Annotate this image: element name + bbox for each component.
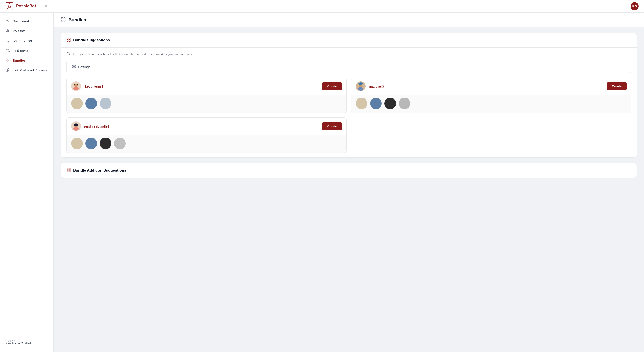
svg-rect-27 xyxy=(67,38,68,39)
users-icon xyxy=(5,48,10,53)
bundle-card-1: likeduritems1 Create xyxy=(66,77,346,113)
svg-rect-22 xyxy=(6,61,7,62)
topnav-left: PoshieBot ≡ xyxy=(5,2,48,10)
svg-rect-19 xyxy=(6,59,7,60)
item-floral xyxy=(100,98,111,109)
svg-line-17 xyxy=(7,40,8,40)
svg-point-46 xyxy=(73,127,79,131)
sidebar-label-find-buyers: Find Buyers xyxy=(12,49,30,52)
item-jeans-2 xyxy=(370,98,382,109)
svg-point-4 xyxy=(10,5,10,5)
svg-rect-28 xyxy=(69,38,70,39)
svg-point-34 xyxy=(74,66,75,67)
svg-rect-49 xyxy=(69,171,70,172)
sidebar-item-bundles[interactable]: Bundles xyxy=(0,55,54,65)
info-row: Here you will find new bundles that shou… xyxy=(66,52,631,56)
bundle-card-1-user: likeduritems1 xyxy=(71,81,103,91)
svg-point-18 xyxy=(6,49,8,50)
sidebar-item-find-buyers[interactable]: Find Buyers xyxy=(0,46,54,55)
svg-point-38 xyxy=(75,84,77,87)
svg-point-6 xyxy=(9,3,10,3)
sidebar-label-share-closet: Share Closet xyxy=(12,39,32,43)
item-beige-3 xyxy=(71,138,83,149)
bundle-card-3-user: sendmeabundle2 xyxy=(71,121,109,131)
bundles-icon xyxy=(5,58,10,63)
item-beige-shirt xyxy=(71,98,83,109)
svg-rect-29 xyxy=(69,40,70,41)
svg-rect-26 xyxy=(62,20,63,21)
bar-chart-icon xyxy=(5,29,10,33)
svg-rect-48 xyxy=(69,169,70,170)
link-icon xyxy=(5,68,10,72)
svg-rect-50 xyxy=(67,171,68,172)
sidebar-item-share-closet[interactable]: Share Closet xyxy=(0,36,54,46)
svg-rect-24 xyxy=(64,18,65,19)
svg-rect-30 xyxy=(67,40,68,41)
page-title: Bundles xyxy=(68,17,86,22)
logged-in-label: Logged in as: xyxy=(5,339,48,342)
content-area: Bundle Suggestions Here you will find n xyxy=(54,27,644,188)
svg-rect-21 xyxy=(8,61,9,62)
settings-row-left: Settings xyxy=(72,65,90,69)
bundle-suggestions-body: Here you will find new bundles that shou… xyxy=(61,48,636,158)
settings-label: Settings xyxy=(78,65,90,69)
sidebar-footer: Logged in as: Real Name Omitted xyxy=(0,335,54,349)
item-gray xyxy=(399,98,410,109)
bundle-suggestions-title: Bundle Suggestions xyxy=(73,38,110,42)
bundle-card-3-header: sendmeabundle2 Create xyxy=(67,118,346,135)
logo-icon xyxy=(5,2,14,10)
bundle-addition-header: Bundle Addition Suggestions xyxy=(61,163,636,177)
user-avatar-button[interactable]: RO xyxy=(630,2,639,10)
create-button-1[interactable]: Create xyxy=(322,82,342,90)
bundle-card-3-avatar xyxy=(71,121,81,131)
bundle-card-1-avatar xyxy=(71,81,81,91)
hamburger-menu[interactable]: ≡ xyxy=(45,4,48,8)
create-button-2[interactable]: Create xyxy=(607,82,626,90)
sidebar-spacer xyxy=(0,75,54,335)
sidebar-item-dashboard[interactable]: Dashboard xyxy=(0,16,54,26)
bundle-card-3: sendmeabundle2 Create xyxy=(66,118,346,153)
item-gray-2 xyxy=(114,138,126,149)
item-jeans xyxy=(86,98,97,109)
sidebar-item-my-stats[interactable]: My Stats xyxy=(0,26,54,36)
bundle-card-2-user: imabuyer3 xyxy=(356,81,384,91)
settings-row[interactable]: Settings › xyxy=(66,61,631,73)
create-button-3[interactable]: Create xyxy=(322,122,342,130)
svg-rect-23 xyxy=(62,18,63,19)
sidebar-label-bundles: Bundles xyxy=(12,58,26,62)
info-text: Here you will find new bundles that shou… xyxy=(72,52,194,56)
svg-point-37 xyxy=(73,87,79,90)
svg-point-3 xyxy=(8,5,9,5)
item-beige-2 xyxy=(356,98,368,109)
bundle-card-2-username: imabuyer3 xyxy=(368,84,384,88)
bundle-card-1-items xyxy=(67,95,346,113)
bundle-addition-icon xyxy=(66,168,71,173)
bundle-addition-title: Bundle Addition Suggestions xyxy=(73,168,126,173)
bundle-card-2-avatar xyxy=(356,81,366,91)
item-black-tee-2 xyxy=(100,138,111,149)
svg-rect-25 xyxy=(64,20,65,21)
top-navigation: PoshieBot ≡ RO xyxy=(0,0,644,12)
sidebar-label-my-stats: My Stats xyxy=(12,29,26,33)
gear-icon xyxy=(72,65,76,69)
bundle-card-3-username: sendmeabundle2 xyxy=(84,124,109,128)
page-header: Bundles xyxy=(54,12,644,27)
info-icon xyxy=(66,52,70,56)
item-black-tee xyxy=(384,98,396,109)
svg-rect-42 xyxy=(358,84,363,84)
bundle-card-3-items xyxy=(67,135,346,153)
bundle-card-2-header: imabuyer3 Create xyxy=(351,78,631,95)
app-name: PoshieBot xyxy=(16,4,36,8)
bundle-card-2-items xyxy=(351,95,631,113)
svg-line-16 xyxy=(7,41,8,41)
sidebar-label-link-poshmark: Link Poshmark Account xyxy=(12,68,48,72)
sidebar-item-link-poshmark[interactable]: Link Poshmark Account xyxy=(0,65,54,75)
chevron-right-icon: › xyxy=(624,65,626,69)
main-content: Bundles Bundle Suggestions xyxy=(54,12,644,352)
bundle-grid: likeduritems1 Create xyxy=(66,77,631,153)
bundle-suggestions-icon xyxy=(66,37,71,43)
page-header-icon xyxy=(61,17,66,23)
share-icon xyxy=(5,38,10,43)
svg-point-43 xyxy=(358,87,363,91)
item-jeans-3 xyxy=(86,138,97,149)
